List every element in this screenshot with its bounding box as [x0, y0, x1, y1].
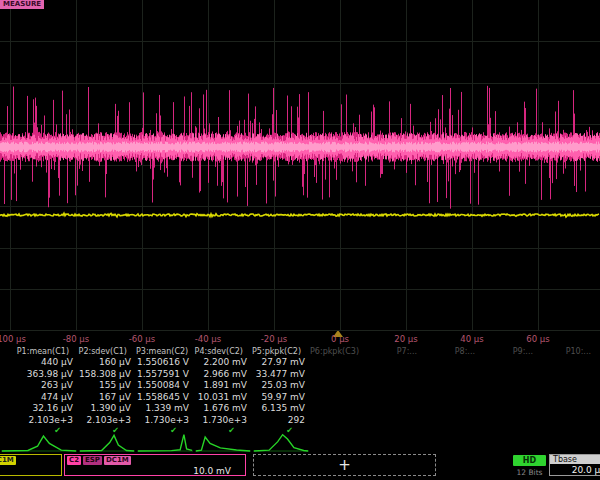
measure-header: P4:sdev(C2): [194, 347, 252, 357]
measure-value: 2.103e+3: [78, 415, 136, 427]
c2-esp-badge: ESP: [83, 456, 102, 465]
measure-header: P6:pkpk(C3): [310, 347, 368, 357]
measure-value: [368, 380, 426, 392]
measure-value: [542, 403, 600, 415]
measure-value: 10.031 mV: [194, 392, 252, 404]
measure-value: 2.103e+3: [0, 415, 78, 427]
measure-value: 59.97 mV: [252, 392, 310, 404]
top-left-badge[interactable]: MEASURE: [0, 0, 44, 9]
time-axis-tick: 0 µs: [331, 334, 349, 344]
measure-value: [368, 403, 426, 415]
hd-mode-badge[interactable]: HD: [513, 455, 546, 466]
histicon-p3[interactable]: [136, 433, 194, 453]
measure-value: [426, 403, 484, 415]
measure-value: 1.339 mV: [136, 403, 194, 415]
measure-value: [426, 380, 484, 392]
measure-value: 1.730e+3: [136, 415, 194, 427]
measure-value: [484, 380, 542, 392]
measure-value: 1.557591 V: [136, 369, 194, 381]
measure-table[interactable]: P1:mean(C1)P2:sdev(C1)P3:mean(C2)P4:sdev…: [0, 347, 600, 435]
measure-value: [368, 392, 426, 404]
waveform-grid[interactable]: MEASURE: [0, 0, 600, 330]
measure-value: 6.135 mV: [252, 403, 310, 415]
time-axis-tick: -60 µs: [129, 334, 155, 344]
time-axis-tick: -20 µs: [261, 334, 287, 344]
measure-header: P9:...: [484, 347, 542, 357]
time-axis-tick: 60 µs: [526, 334, 549, 344]
measure-value: [542, 415, 600, 427]
c2-coupling-badge: DC1M: [104, 456, 131, 465]
plus-icon: +: [338, 456, 351, 474]
measure-header: P7:...: [368, 347, 426, 357]
histicon-row[interactable]: [0, 433, 600, 453]
measure-value: 1.550084 V: [136, 380, 194, 392]
measure-value: [426, 415, 484, 427]
histicon-p2[interactable]: [78, 433, 136, 453]
waveform-canvas: [0, 0, 600, 330]
measure-value: [368, 369, 426, 381]
measure-value: 32.16 µV: [0, 403, 78, 415]
measure-header: P2:sdev(C1): [78, 347, 136, 357]
measure-value: [426, 357, 484, 369]
measure-value: 1.550616 V: [136, 357, 194, 369]
time-axis-tick: -40 µs: [195, 334, 221, 344]
measure-value: [484, 369, 542, 381]
measure-value: 33.477 mV: [252, 369, 310, 381]
measure-value: [484, 415, 542, 427]
timebase-value: 20.0 µs: [550, 464, 600, 476]
descriptor-bar: DC1M 10.0 mV C2 ESP DC1M 10.0 mV + HD 12…: [0, 452, 600, 480]
measure-value: [310, 357, 368, 369]
histicon-p4[interactable]: [194, 433, 252, 453]
measure-header: P10:...: [542, 347, 600, 357]
measure-value: 1.730e+3: [194, 415, 252, 427]
measure-value: 1.558645 V: [136, 392, 194, 404]
measure-value: 167 µV: [78, 392, 136, 404]
measure-value: 292: [252, 415, 310, 427]
measure-value: 2.200 mV: [194, 357, 252, 369]
histicon-p1[interactable]: [0, 433, 78, 453]
measure-value: [484, 392, 542, 404]
oscilloscope-screen: MEASURE -100 µs-80 µs-60 µs-40 µs-20 µs0…: [0, 0, 600, 480]
measure-value: 1.891 mV: [194, 380, 252, 392]
measure-value: [310, 392, 368, 404]
measure-header: P3:mean(C2): [136, 347, 194, 357]
measure-value: [310, 415, 368, 427]
measure-value: 27.97 mV: [252, 357, 310, 369]
measure-value: [368, 415, 426, 427]
channel-c1-descriptor[interactable]: DC1M 10.0 mV: [0, 454, 62, 476]
measure-value: [542, 369, 600, 381]
time-axis-tick: 40 µs: [460, 334, 483, 344]
timebase-label: Tbase: [550, 455, 600, 464]
measure-value: [310, 369, 368, 381]
measure-header: P1:mean(C1): [0, 347, 78, 357]
measure-value: [368, 357, 426, 369]
c2-channel-badge: C2: [67, 456, 81, 465]
measure-value: 474 µV: [0, 392, 78, 404]
timebase-descriptor[interactable]: Tbase 20.0 µs: [549, 454, 600, 476]
measure-value: 263 µV: [0, 380, 78, 392]
time-axis-tick: -100 µs: [0, 334, 26, 344]
measure-value: [484, 357, 542, 369]
measure-value: 363.98 µV: [0, 369, 78, 381]
hd-bits-label: 12 Bits: [513, 468, 546, 477]
measure-value: [426, 392, 484, 404]
measure-value: [426, 369, 484, 381]
histicon-p5[interactable]: [252, 433, 310, 453]
channel-c2-descriptor[interactable]: C2 ESP DC1M 10.0 mV: [64, 454, 246, 476]
measure-value: [542, 357, 600, 369]
measure-value: 1.390 µV: [78, 403, 136, 415]
measure-header: P8:...: [426, 347, 484, 357]
measure-value: [310, 403, 368, 415]
measure-value: 2.966 mV: [194, 369, 252, 381]
measure-value: [310, 380, 368, 392]
c1-scale-value: 10.0 mV: [0, 466, 61, 476]
c2-scale-value: 10.0 mV: [65, 466, 245, 476]
c1-coupling-badge: DC1M: [0, 456, 16, 465]
measure-value: 440 µV: [0, 357, 78, 369]
measure-value: [542, 392, 600, 404]
measure-value: [542, 380, 600, 392]
measure-value: 158.308 µV: [78, 369, 136, 381]
time-axis: -100 µs-80 µs-60 µs-40 µs-20 µs0 µs20 µs…: [0, 330, 600, 348]
time-axis-tick: 20 µs: [394, 334, 417, 344]
add-trace-button[interactable]: +: [253, 454, 436, 476]
